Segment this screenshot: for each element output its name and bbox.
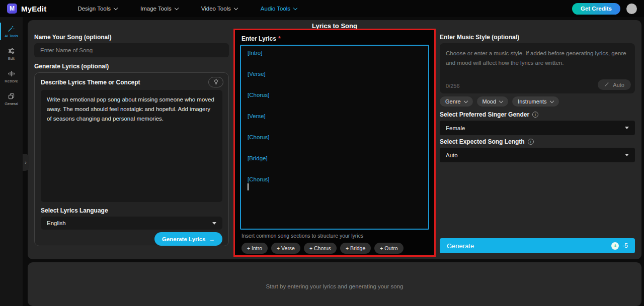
enter-lyrics-label: Enter Lyrics*	[242, 35, 281, 42]
song-length-label: Select Expected Song Lengthi	[440, 138, 534, 145]
add-bridge-button[interactable]: + Bridge	[340, 243, 371, 254]
song-length-value: Auto	[446, 152, 458, 158]
sidebar-item-restore[interactable]: Restore	[0, 65, 23, 88]
lyrics-section-tag: [Chorus]	[248, 134, 422, 155]
style-filter-row: Genre Mood Instruments	[440, 96, 559, 107]
nav-item-image-tools[interactable]: Image Tools	[140, 6, 178, 12]
lyrics-textarea[interactable]: [Intro] [Verse] [Chorus] [Verse] [Chorus…	[240, 45, 429, 230]
caret-down-icon	[212, 222, 216, 225]
lyrics-language-value: English	[47, 220, 66, 226]
add-chorus-button[interactable]: + Chorus	[304, 243, 337, 254]
genre-dropdown[interactable]: Genre	[440, 96, 473, 107]
music-style-label: Enter Music Style (optional)	[440, 34, 519, 41]
singer-gender-select[interactable]: Female	[440, 121, 635, 135]
info-icon[interactable]: i	[528, 139, 534, 145]
lyrics-section-tag: [Chorus]	[248, 92, 422, 113]
add-outro-button[interactable]: + Outro	[374, 243, 403, 254]
magic-wand-icon	[604, 81, 610, 88]
lyrics-section-tag: [Verse]	[248, 113, 422, 134]
chevron-down-icon	[114, 6, 118, 10]
credit-cost: -5	[622, 242, 628, 249]
theme-header: Describe Lyrics Theme or Concept	[41, 79, 140, 86]
generate-lyrics-button[interactable]: Generate Lyrics →	[154, 232, 222, 246]
arrow-right-icon: →	[209, 236, 215, 242]
nav-item-video-tools[interactable]: Video Tools	[201, 6, 237, 12]
chevron-down-icon	[175, 6, 179, 10]
sliders-icon	[8, 47, 15, 55]
lyrics-language-label: Select Lyrics Language	[41, 207, 108, 214]
add-verse-button[interactable]: + Verse	[271, 243, 300, 254]
chevron-down-icon	[234, 6, 238, 10]
instruments-dropdown-label: Instruments	[518, 98, 546, 105]
lyrics-section-tag: [Bridge]	[248, 155, 422, 176]
nav-item-label: Image Tools	[140, 6, 172, 12]
caret-down-icon	[625, 154, 629, 156]
user-avatar[interactable]	[626, 4, 637, 14]
results-panel: Start by entering your lyrics and genera…	[28, 262, 641, 306]
genre-dropdown-label: Genre	[445, 98, 461, 105]
music-style-textarea[interactable]: Choose or enter a music style. If added …	[440, 43, 635, 93]
sidebar-item-label: Edit	[8, 56, 15, 61]
sidebar-item-label: General	[5, 101, 18, 106]
sidebar-item-ai-tools[interactable]: AI Tools	[0, 20, 23, 43]
lyrics-section-tag: [Verse]	[248, 71, 422, 92]
singer-gender-value: Female	[446, 125, 465, 131]
lyrics-section-tag: [Intro]	[248, 50, 422, 71]
mood-dropdown-label: Mood	[482, 98, 497, 105]
generate-lyrics-section-label: Generate Lyrics (optional)	[34, 63, 109, 70]
add-intro-button[interactable]: + Intro	[242, 243, 268, 254]
singer-gender-label-text: Select Preferred Singer Gender	[440, 111, 529, 118]
section-pill-row: + Intro + Verse + Chorus + Bridge + Outr…	[242, 243, 404, 254]
auto-style-button[interactable]: Auto	[598, 79, 631, 90]
lyrics-theme-card: Describe Lyrics Theme or Concept Write a…	[34, 72, 229, 246]
enter-lyrics-annotated-region: Enter Lyrics* [Intro] [Verse] [Chorus] […	[233, 29, 436, 257]
enter-lyrics-label-text: Enter Lyrics	[242, 35, 276, 42]
lyrics-to-song-panel: Lyrics to Song Name Your Song (optional)…	[28, 20, 641, 259]
generate-lyrics-button-label: Generate Lyrics	[162, 236, 206, 242]
sidebar-expand-handle[interactable]: ›	[23, 154, 29, 171]
sidebar-item-edit[interactable]: Edit	[0, 43, 23, 65]
main-nav: Design Tools Image Tools Video Tools Aud…	[77, 6, 297, 12]
lyrics-sections-hint: Insert common song sections to structure…	[242, 233, 363, 239]
chevron-down-icon	[463, 99, 467, 103]
nav-item-design-tools[interactable]: Design Tools	[77, 6, 117, 12]
chevron-down-icon	[293, 6, 297, 10]
layers-icon	[8, 92, 15, 100]
idea-suggestion-button[interactable]	[208, 77, 223, 87]
info-icon[interactable]: i	[532, 112, 538, 118]
caret-down-icon	[625, 127, 629, 129]
auto-button-label: Auto	[613, 82, 624, 88]
theme-textarea[interactable]: Write an emotional pop song about missin…	[41, 90, 222, 202]
sidebar-item-general[interactable]: General	[0, 88, 23, 111]
text-cursor	[248, 183, 249, 190]
brand-name: MyEdit	[21, 5, 46, 13]
chevron-down-icon	[499, 99, 503, 103]
tool-category-sidebar: AI Tools Edit Restore General	[0, 17, 23, 306]
lyrics-section-tag: [Chorus]	[248, 176, 422, 182]
required-asterisk: *	[278, 35, 281, 42]
lyrics-language-select[interactable]: English	[41, 217, 222, 230]
get-credits-button[interactable]: Get Credits	[572, 3, 620, 15]
song-length-label-text: Select Expected Song Length	[440, 138, 525, 145]
credits-coin-icon: +	[611, 242, 619, 250]
top-nav-bar: M MyEdit Design Tools Image Tools Video …	[0, 0, 644, 17]
song-length-select[interactable]: Auto	[440, 148, 635, 162]
magic-wand-icon	[8, 25, 15, 32]
generate-song-button[interactable]: Generate + -5	[440, 238, 635, 253]
topbar-right: Get Credits	[572, 3, 637, 15]
waveform-icon	[8, 70, 15, 77]
myedit-logo-icon[interactable]: M	[7, 4, 17, 14]
song-name-input[interactable]	[34, 43, 229, 57]
mood-dropdown[interactable]: Mood	[477, 96, 509, 107]
sidebar-item-label: AI Tools	[5, 34, 18, 38]
instruments-dropdown[interactable]: Instruments	[512, 96, 558, 107]
nav-item-audio-tools[interactable]: Audio Tools	[261, 6, 297, 12]
nav-item-label: Audio Tools	[261, 6, 290, 12]
music-style-placeholder: Choose or enter a music style. If added …	[440, 43, 635, 68]
generate-song-button-label: Generate	[447, 242, 474, 250]
lightbulb-icon	[213, 78, 219, 86]
chevron-down-icon	[549, 99, 553, 103]
results-empty-hint: Start by entering your lyrics and genera…	[28, 283, 641, 289]
song-name-label: Name Your Song (optional)	[34, 34, 112, 41]
nav-item-label: Video Tools	[201, 6, 231, 12]
